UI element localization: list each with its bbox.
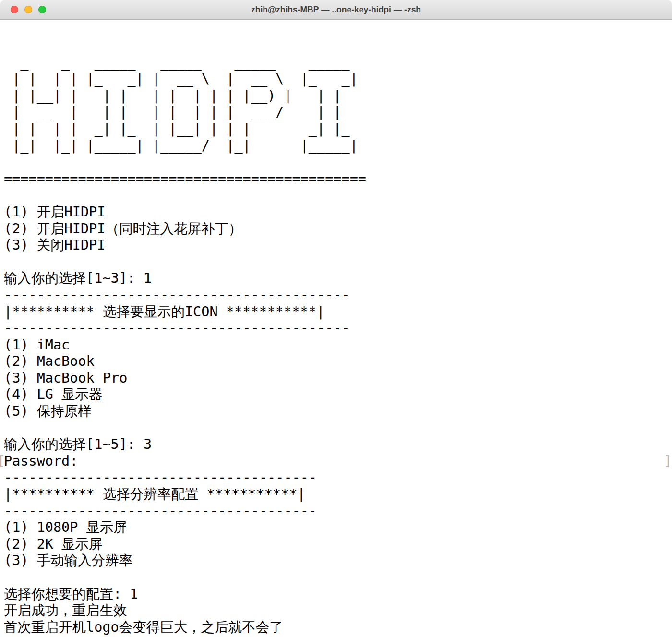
ascii-art-hidpi: | |__| | | | | | | | | |__) | | | xyxy=(4,88,672,105)
blank-line xyxy=(4,154,672,171)
menu-option-enable-hidpi-patch: (2) 开启HIDPI（同时注入花屏补丁） xyxy=(4,221,672,238)
menu-option-1080p: (1) 1080P 显示屏 xyxy=(4,519,672,536)
box-title-icon-select: |********** 选择要显示的ICON ***********| xyxy=(4,304,672,321)
box-border-line: -------------------------------------- xyxy=(4,503,672,520)
input-prompt-config: 选择你想要的配置: 1 xyxy=(4,586,672,603)
menu-option-keep-original: (5) 保持原样 xyxy=(4,403,672,420)
status-message-success: 开启成功，重启生效 xyxy=(4,602,672,619)
input-prompt-choice-1-5: 输入你的选择[1~5]: 3 xyxy=(4,436,672,453)
blank-line xyxy=(4,420,672,437)
minimize-button[interactable] xyxy=(24,6,32,13)
close-button[interactable] xyxy=(11,6,18,13)
ascii-art-hidpi: | __ | | | | | | | | ___/ | | xyxy=(4,104,672,121)
menu-option-imac: (1) iMac xyxy=(4,337,672,354)
password-prompt: Password: xyxy=(4,453,672,470)
ascii-art-hidpi: | | | | |_ _| | __ \ | __ \ |_ _| xyxy=(4,71,672,88)
box-border-line: ----------------------------------------… xyxy=(4,320,672,337)
zoom-button[interactable] xyxy=(38,6,46,13)
ascii-art-hidpi: _ _ _____ _____ _____ _____ xyxy=(4,55,672,72)
window-title: zhih@zhihs-MBP — ..one-key-hidpi — -zsh xyxy=(251,5,421,15)
blank-line xyxy=(4,569,672,586)
menu-option-enable-hidpi: (1) 开启HIDPI xyxy=(4,204,672,221)
menu-option-disable-hidpi: (3) 关闭HIDPI xyxy=(4,237,672,254)
menu-option-lg-display: (4) LG 显示器 xyxy=(4,386,672,403)
blank-line xyxy=(4,254,672,271)
status-message-reboot-note: 首次重启开机logo会变得巨大，之后就不会了 xyxy=(4,619,672,636)
command-mark-right-bracket: ] xyxy=(664,453,672,470)
ascii-art-hidpi: |_| |_| |_____| |_____/ |_| |_____| xyxy=(4,138,672,155)
separator-line: ========================================… xyxy=(4,171,672,188)
terminal-window: zhih@zhihs-MBP — ..one-key-hidpi — -zsh … xyxy=(0,0,672,637)
menu-option-manual-resolution: (3) 手动输入分辨率 xyxy=(4,553,672,569)
box-border-line: ----------------------------------------… xyxy=(4,287,672,304)
terminal-screen[interactable]: _ _ _____ _____ _____ _____ | | | | |_ _… xyxy=(0,20,672,637)
blank-line xyxy=(4,187,672,204)
menu-option-2k: (2) 2K 显示屏 xyxy=(4,536,672,553)
window-controls xyxy=(11,0,46,19)
input-prompt-choice-1-3: 输入你的选择[1~3]: 1 xyxy=(4,270,672,287)
command-mark-left-bracket: [ xyxy=(0,453,5,470)
menu-option-macbook: (2) MacBook xyxy=(4,353,672,370)
blank-line xyxy=(4,38,672,55)
box-border-line: -------------------------------------- xyxy=(4,469,672,486)
menu-option-macbook-pro: (3) MacBook Pro xyxy=(4,370,672,387)
ascii-art-hidpi: | | | | _| |_ | |__| | | | _| |_ xyxy=(4,121,672,138)
title-bar[interactable]: zhih@zhihs-MBP — ..one-key-hidpi — -zsh xyxy=(0,0,672,20)
box-title-resolution-select: |********** 选择分辨率配置 ***********| xyxy=(4,486,672,503)
